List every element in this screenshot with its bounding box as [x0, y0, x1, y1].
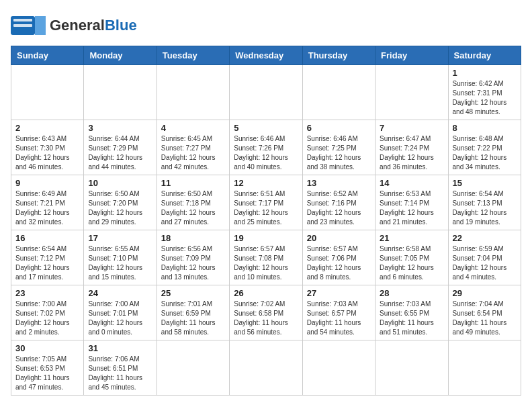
calendar-cell: [11, 65, 84, 120]
calendar-cell: 11Sunrise: 6:50 AM Sunset: 7:18 PM Dayli…: [157, 175, 229, 230]
day-info: Sunrise: 6:54 AM Sunset: 7:13 PM Dayligh…: [453, 189, 517, 227]
day-number: 27: [307, 288, 371, 298]
day-info: Sunrise: 6:50 AM Sunset: 7:20 PM Dayligh…: [88, 189, 152, 227]
day-info: Sunrise: 6:59 AM Sunset: 7:04 PM Dayligh…: [453, 244, 517, 282]
day-number: 21: [380, 233, 443, 243]
calendar-cell: 14Sunrise: 6:53 AM Sunset: 7:14 PM Dayli…: [375, 175, 448, 230]
day-number: 28: [380, 288, 443, 298]
column-header-wednesday: Wednesday: [230, 46, 302, 65]
logo-icon: [11, 11, 46, 40]
page-header: GeneralBlue: [11, 11, 521, 40]
day-number: 17: [88, 233, 152, 243]
column-header-thursday: Thursday: [302, 46, 375, 65]
calendar-cell: [157, 340, 229, 396]
calendar-cell: [448, 340, 521, 396]
day-info: Sunrise: 6:48 AM Sunset: 7:22 PM Dayligh…: [453, 134, 517, 172]
day-info: Sunrise: 6:46 AM Sunset: 7:26 PM Dayligh…: [234, 134, 298, 172]
calendar-cell: 30Sunrise: 7:05 AM Sunset: 6:53 PM Dayli…: [11, 340, 84, 396]
svg-marker-1: [35, 16, 46, 35]
calendar-cell: 5Sunrise: 6:46 AM Sunset: 7:26 PM Daylig…: [230, 120, 302, 175]
calendar-cell: [375, 65, 448, 120]
calendar-cell: 17Sunrise: 6:55 AM Sunset: 7:10 PM Dayli…: [84, 230, 157, 285]
day-number: 11: [161, 178, 225, 188]
day-info: Sunrise: 7:01 AM Sunset: 6:59 PM Dayligh…: [161, 300, 225, 337]
calendar-cell: 19Sunrise: 6:57 AM Sunset: 7:08 PM Dayli…: [230, 230, 302, 285]
day-info: Sunrise: 6:58 AM Sunset: 7:05 PM Dayligh…: [380, 244, 443, 282]
day-info: Sunrise: 6:52 AM Sunset: 7:16 PM Dayligh…: [307, 189, 371, 227]
day-info: Sunrise: 6:55 AM Sunset: 7:10 PM Dayligh…: [88, 244, 152, 282]
day-number: 18: [161, 233, 225, 243]
calendar-cell: [375, 340, 448, 396]
calendar-cell: 28Sunrise: 7:03 AM Sunset: 6:55 PM Dayli…: [375, 285, 448, 340]
day-number: 5: [234, 123, 298, 133]
day-info: Sunrise: 7:02 AM Sunset: 6:58 PM Dayligh…: [234, 300, 298, 337]
day-info: Sunrise: 6:54 AM Sunset: 7:12 PM Dayligh…: [15, 244, 79, 282]
calendar-cell: 26Sunrise: 7:02 AM Sunset: 6:58 PM Dayli…: [230, 285, 302, 340]
calendar-cell: 31Sunrise: 7:06 AM Sunset: 6:51 PM Dayli…: [84, 340, 157, 396]
day-number: 31: [88, 343, 152, 353]
calendar-cell: 10Sunrise: 6:50 AM Sunset: 7:20 PM Dayli…: [84, 175, 157, 230]
day-number: 14: [380, 178, 443, 188]
svg-rect-3: [13, 24, 32, 27]
day-info: Sunrise: 6:53 AM Sunset: 7:14 PM Dayligh…: [380, 189, 443, 227]
day-info: Sunrise: 7:00 AM Sunset: 7:02 PM Dayligh…: [15, 300, 79, 337]
day-number: 22: [453, 233, 517, 243]
day-info: Sunrise: 6:57 AM Sunset: 7:06 PM Dayligh…: [307, 244, 371, 282]
day-number: 1: [453, 68, 517, 78]
calendar-cell: 7Sunrise: 6:47 AM Sunset: 7:24 PM Daylig…: [375, 120, 448, 175]
logo: GeneralBlue: [11, 11, 137, 40]
calendar-cell: 18Sunrise: 6:56 AM Sunset: 7:09 PM Dayli…: [157, 230, 229, 285]
column-header-monday: Monday: [84, 46, 157, 65]
day-info: Sunrise: 6:57 AM Sunset: 7:08 PM Dayligh…: [234, 244, 298, 282]
calendar-cell: [84, 65, 157, 120]
day-info: Sunrise: 7:03 AM Sunset: 6:57 PM Dayligh…: [307, 300, 371, 337]
calendar-week-row: 9Sunrise: 6:49 AM Sunset: 7:21 PM Daylig…: [11, 175, 521, 230]
calendar-cell: 21Sunrise: 6:58 AM Sunset: 7:05 PM Dayli…: [375, 230, 448, 285]
day-info: Sunrise: 6:45 AM Sunset: 7:27 PM Dayligh…: [161, 134, 225, 172]
day-info: Sunrise: 6:43 AM Sunset: 7:30 PM Dayligh…: [15, 134, 79, 172]
calendar-cell: 13Sunrise: 6:52 AM Sunset: 7:16 PM Dayli…: [302, 175, 375, 230]
day-number: 3: [88, 123, 152, 133]
day-info: Sunrise: 7:03 AM Sunset: 6:55 PM Dayligh…: [380, 300, 443, 337]
day-number: 25: [161, 288, 225, 298]
calendar-cell: 22Sunrise: 6:59 AM Sunset: 7:04 PM Dayli…: [448, 230, 521, 285]
day-number: 16: [15, 233, 79, 243]
day-number: 29: [453, 288, 517, 298]
day-info: Sunrise: 7:04 AM Sunset: 6:54 PM Dayligh…: [453, 300, 517, 337]
calendar-cell: 1Sunrise: 6:42 AM Sunset: 7:31 PM Daylig…: [448, 65, 521, 120]
calendar-cell: [230, 340, 302, 396]
day-number: 7: [380, 123, 443, 133]
day-info: Sunrise: 6:44 AM Sunset: 7:29 PM Dayligh…: [88, 134, 152, 172]
day-info: Sunrise: 6:50 AM Sunset: 7:18 PM Dayligh…: [161, 189, 225, 227]
calendar-cell: 3Sunrise: 6:44 AM Sunset: 7:29 PM Daylig…: [84, 120, 157, 175]
day-number: 9: [15, 178, 79, 188]
day-number: 19: [234, 233, 298, 243]
calendar-cell: 4Sunrise: 6:45 AM Sunset: 7:27 PM Daylig…: [157, 120, 229, 175]
day-info: Sunrise: 6:49 AM Sunset: 7:21 PM Dayligh…: [15, 189, 79, 227]
calendar-cell: [302, 65, 375, 120]
calendar-week-row: 2Sunrise: 6:43 AM Sunset: 7:30 PM Daylig…: [11, 120, 521, 175]
day-number: 30: [15, 343, 79, 353]
svg-rect-2: [13, 19, 32, 21]
calendar-week-row: 30Sunrise: 7:05 AM Sunset: 6:53 PM Dayli…: [11, 340, 521, 396]
calendar-week-row: 16Sunrise: 6:54 AM Sunset: 7:12 PM Dayli…: [11, 230, 521, 285]
day-info: Sunrise: 7:06 AM Sunset: 6:51 PM Dayligh…: [88, 355, 152, 392]
column-header-friday: Friday: [375, 46, 448, 65]
calendar-cell: 27Sunrise: 7:03 AM Sunset: 6:57 PM Dayli…: [302, 285, 375, 340]
calendar-week-row: 23Sunrise: 7:00 AM Sunset: 7:02 PM Dayli…: [11, 285, 521, 340]
day-info: Sunrise: 6:42 AM Sunset: 7:31 PM Dayligh…: [453, 79, 517, 117]
day-number: 2: [15, 123, 79, 133]
calendar-cell: 8Sunrise: 6:48 AM Sunset: 7:22 PM Daylig…: [448, 120, 521, 175]
calendar-header-row: SundayMondayTuesdayWednesdayThursdayFrid…: [11, 46, 521, 65]
calendar-cell: 20Sunrise: 6:57 AM Sunset: 7:06 PM Dayli…: [302, 230, 375, 285]
calendar-table: SundayMondayTuesdayWednesdayThursdayFrid…: [11, 46, 521, 396]
day-number: 6: [307, 123, 371, 133]
day-number: 8: [453, 123, 517, 133]
calendar-cell: 25Sunrise: 7:01 AM Sunset: 6:59 PM Dayli…: [157, 285, 229, 340]
calendar-cell: [157, 65, 229, 120]
calendar-cell: 12Sunrise: 6:51 AM Sunset: 7:17 PM Dayli…: [230, 175, 302, 230]
day-number: 15: [453, 178, 517, 188]
calendar-cell: 16Sunrise: 6:54 AM Sunset: 7:12 PM Dayli…: [11, 230, 84, 285]
day-number: 23: [15, 288, 79, 298]
column-header-sunday: Sunday: [11, 46, 84, 65]
